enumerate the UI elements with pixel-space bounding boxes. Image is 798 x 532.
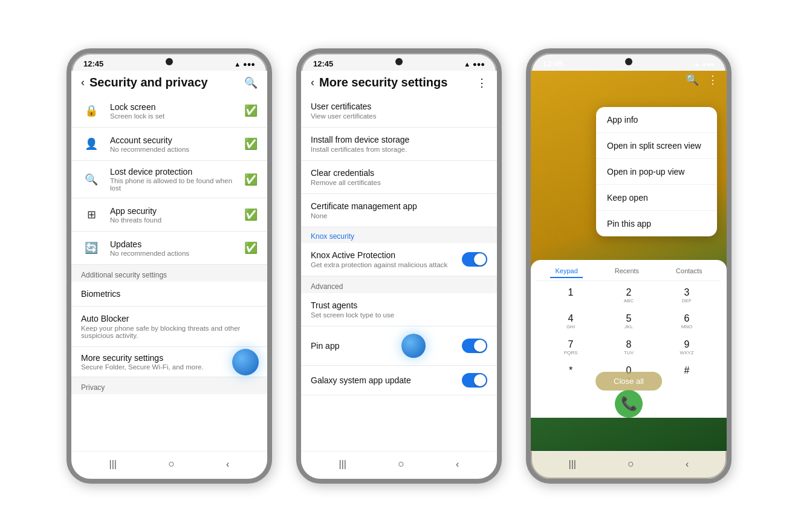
nav-bar-3: ||| ○ ‹ bbox=[531, 451, 727, 479]
list-item-knox-active[interactable]: Knox Active Protection Get extra protect… bbox=[301, 243, 497, 276]
tab-contacts[interactable]: Contacts bbox=[671, 265, 707, 278]
phone-3: 12:45 ▲ ●●● 🔍 ⋮ App info Open in split s… bbox=[526, 48, 731, 484]
list-item-pin-app[interactable]: Pin app bbox=[301, 326, 497, 366]
time-2: 12:45 bbox=[313, 59, 333, 68]
knox-active-text: Knox Active Protection Get extra protect… bbox=[311, 250, 456, 268]
scroll-area-1[interactable]: 🔒 Lock screen Screen lock is set ✅ 👤 Acc… bbox=[71, 94, 267, 451]
nav-recent-3[interactable]: ||| bbox=[569, 459, 576, 470]
section-privacy: Privacy bbox=[71, 377, 267, 394]
galaxy-update-text: Galaxy system app update bbox=[311, 375, 456, 385]
list-item-lockscreen[interactable]: 🔒 Lock screen Screen lock is set ✅ bbox=[71, 94, 267, 128]
autoblocker-title: Auto Blocker bbox=[81, 314, 258, 323]
nav-recent-2[interactable]: ||| bbox=[339, 459, 346, 470]
list-item-appsecurity[interactable]: ⊞ App security No threats found ✅ bbox=[71, 198, 267, 232]
dial-key-2[interactable]: 2ABC bbox=[601, 284, 657, 307]
knox-label: Knox security bbox=[301, 227, 497, 243]
knox-active-toggle[interactable] bbox=[462, 252, 487, 267]
appsecurity-text: App security No threats found bbox=[110, 206, 236, 224]
status-bar-1: 12:45 ▲ ●●● bbox=[71, 53, 267, 71]
close-all-button[interactable]: Close all bbox=[595, 372, 662, 391]
back-button-2[interactable]: ‹ bbox=[311, 76, 314, 89]
lostdevice-sub: This phone is allowed to be found when l… bbox=[110, 177, 236, 192]
list-item-updates[interactable]: 🔄 Updates No recommended actions ✅ bbox=[71, 232, 267, 265]
phone3-header: 🔍 ⋮ bbox=[531, 71, 727, 89]
account-check: ✅ bbox=[244, 137, 258, 151]
dial-tabs: Keypad Recents Contacts bbox=[537, 265, 721, 281]
account-icon: 👤 bbox=[81, 134, 102, 154]
biometrics-title: Biometrics bbox=[81, 289, 258, 299]
camera-notch-1 bbox=[166, 58, 173, 65]
context-app-info[interactable]: App info bbox=[596, 107, 717, 133]
autoblocker-sub: Keep your phone safe by blocking threats… bbox=[81, 325, 258, 339]
install-storage-title: Install from device storage bbox=[311, 135, 487, 144]
wifi-icon-3: ▲ bbox=[693, 60, 700, 68]
list-item-lostdevice[interactable]: 🔍 Lost device protection This phone is a… bbox=[71, 161, 267, 198]
lock-icon: 🔒 bbox=[81, 100, 102, 121]
context-split-screen[interactable]: Open in split screen view bbox=[596, 133, 717, 159]
floating-circle-2[interactable] bbox=[401, 334, 426, 358]
lostdevice-icon: 🔍 bbox=[81, 169, 102, 190]
cert-mgmt-title: Certificate management app bbox=[311, 201, 487, 211]
list-item-cert-mgmt[interactable]: Certificate management app None bbox=[301, 194, 497, 227]
wifi-icon-2: ▲ bbox=[464, 60, 470, 68]
dial-key-1[interactable]: 1 bbox=[543, 284, 598, 307]
dial-key-6[interactable]: 6MNO bbox=[659, 310, 715, 333]
dial-key-3[interactable]: 3DEF bbox=[659, 284, 715, 307]
dial-key-5[interactable]: 5JKL bbox=[601, 310, 657, 333]
lostdevice-check: ✅ bbox=[244, 173, 258, 186]
nav-home-1[interactable]: ○ bbox=[168, 458, 175, 470]
search-icon-3[interactable]: 🔍 bbox=[686, 73, 699, 86]
camera-notch-3 bbox=[625, 58, 632, 65]
pin-app-title: Pin app bbox=[311, 341, 395, 351]
nav-back-2[interactable]: ‹ bbox=[456, 459, 459, 470]
list-item-moresecurity[interactable]: More security settings Secure Folder, Se… bbox=[71, 347, 267, 377]
dial-key-8[interactable]: 8TUV bbox=[601, 336, 657, 359]
nav-back-1[interactable]: ‹ bbox=[226, 459, 229, 470]
dial-key-hash[interactable]: # bbox=[659, 362, 715, 385]
nav-recent-1[interactable]: ||| bbox=[109, 459, 117, 470]
wifi-icon: ▲ bbox=[234, 60, 241, 68]
context-popup-view[interactable]: Open in pop-up view bbox=[596, 159, 717, 185]
nav-back-3[interactable]: ‹ bbox=[686, 459, 689, 470]
floating-circle-1[interactable] bbox=[232, 349, 259, 375]
list-item-biometrics[interactable]: Biometrics bbox=[71, 282, 267, 307]
status-icons-2: ▲ ●●● bbox=[464, 60, 485, 68]
account-title: Account security bbox=[110, 135, 236, 145]
list-item-galaxy-update[interactable]: Galaxy system app update bbox=[301, 366, 497, 395]
nav-home-2[interactable]: ○ bbox=[398, 458, 404, 470]
moresecurity-text: More security settings Secure Folder, Se… bbox=[81, 353, 258, 371]
tab-recents[interactable]: Recents bbox=[610, 265, 644, 278]
galaxy-update-toggle[interactable] bbox=[462, 373, 487, 388]
list-item-account[interactable]: 👤 Account security No recommended action… bbox=[71, 128, 267, 161]
appsecurity-title: App security bbox=[110, 206, 236, 216]
dial-key-4[interactable]: 4GHI bbox=[543, 310, 598, 333]
appsecurity-icon: ⊞ bbox=[81, 204, 102, 225]
search-icon-1[interactable]: 🔍 bbox=[244, 76, 258, 89]
list-item-install-storage[interactable]: Install from device storage Install cert… bbox=[301, 128, 497, 161]
list-item-clear-creds[interactable]: Clear credentials Remove all certificate… bbox=[301, 161, 497, 194]
dial-key-7[interactable]: 7PQRS bbox=[543, 336, 598, 359]
dial-key-star[interactable]: * bbox=[543, 362, 598, 385]
list-item-autoblocker[interactable]: Auto Blocker Keep your phone safe by blo… bbox=[71, 307, 267, 347]
nav-bar-2: ||| ○ ‹ bbox=[301, 451, 497, 479]
scroll-area-2[interactable]: User certificates View user certificates… bbox=[301, 94, 497, 451]
updates-text: Updates No recommended actions bbox=[110, 239, 236, 257]
list-item-usercerts[interactable]: User certificates View user certificates bbox=[301, 94, 497, 128]
tab-keypad[interactable]: Keypad bbox=[550, 265, 582, 278]
knox-active-title: Knox Active Protection bbox=[311, 250, 456, 260]
more-icon-2[interactable]: ⋮ bbox=[476, 76, 487, 89]
back-button-1[interactable]: ‹ bbox=[81, 76, 85, 89]
more-icon-3[interactable]: ⋮ bbox=[707, 73, 718, 86]
context-pin-app[interactable]: Pin this app bbox=[596, 211, 717, 236]
updates-check: ✅ bbox=[244, 241, 258, 255]
account-sub: No recommended actions bbox=[110, 146, 236, 153]
dial-key-9[interactable]: 9WXYZ bbox=[659, 336, 715, 359]
section-advanced: Advanced bbox=[301, 276, 497, 293]
pin-app-toggle[interactable] bbox=[462, 339, 487, 353]
list-item-trust-agents[interactable]: Trust agents Set screen lock type to use bbox=[301, 293, 497, 326]
moresecurity-title: More security settings bbox=[81, 353, 258, 363]
phone-2: 12:45 ▲ ●●● ‹ More security settings ⋮ U… bbox=[296, 48, 502, 484]
nav-home-3[interactable]: ○ bbox=[628, 458, 634, 470]
context-keep-open[interactable]: Keep open bbox=[596, 185, 717, 211]
trust-agents-sub: Set screen lock type to use bbox=[311, 311, 487, 319]
